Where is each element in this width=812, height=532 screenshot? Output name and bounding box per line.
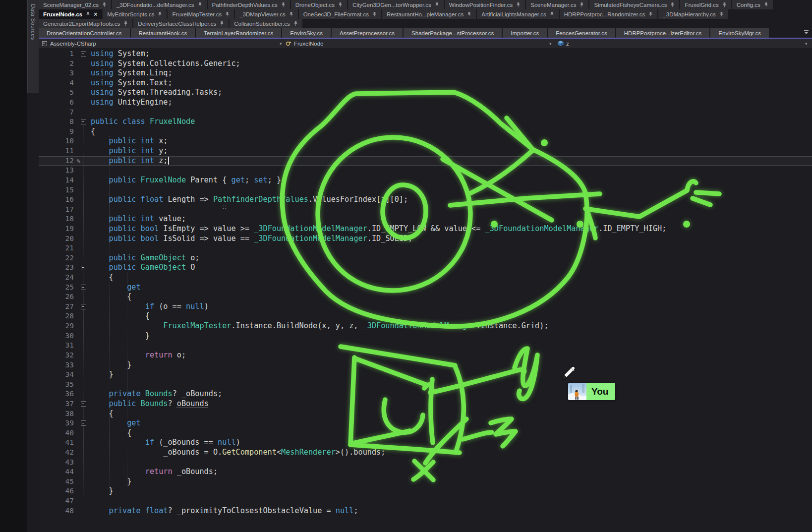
code-line-16[interactable]: 16 public float Length => PathfinderDept… (39, 195, 812, 205)
code-line-23[interactable]: 23 public GameObject O (39, 263, 812, 273)
code-line-33[interactable]: 33 } (39, 360, 812, 370)
tab-collisionsubscriber-cs[interactable]: CollisionSubscriber.cs (230, 19, 302, 28)
code-line-34[interactable]: 34 } (39, 370, 812, 380)
tab-restaurantho-plemanager-cs[interactable]: RestaurantHo...pleManager.cs (382, 9, 476, 19)
tab-fruxelmaptester-cs[interactable]: FruxelMapTester.cs (168, 9, 234, 19)
breadcrumb-class-dropdown[interactable]: FruxelNode (294, 39, 323, 48)
pin-icon[interactable] (338, 2, 343, 7)
tab-generator2exportmaptools-cs[interactable]: Generator2ExportMapTools.cs (39, 19, 132, 28)
pin-icon[interactable] (293, 21, 298, 26)
code-line-45[interactable]: 45 } (39, 477, 812, 487)
code-line-29[interactable]: 29 FruxelMapTester.Instance.BuildNode(x,… (39, 321, 812, 331)
code-line-48[interactable]: 48 private float? _proximityToClosestObs… (39, 506, 812, 516)
code-line-12[interactable]: 12 public int z;✎ (39, 156, 812, 166)
code-line-35[interactable]: 35 (39, 380, 812, 390)
code-line-24[interactable]: 24 { (39, 273, 812, 283)
pin-icon[interactable] (225, 11, 230, 17)
code-line-27[interactable]: 27 if (o == null) (39, 302, 812, 312)
tab-artificiallightsmanager-cs[interactable]: ArtificialLightsManager.cs (477, 9, 558, 19)
pin-icon[interactable] (516, 2, 521, 7)
tab-config-cs[interactable]: Config.cs (732, 0, 773, 9)
pin-icon[interactable] (220, 21, 224, 26)
code-line-8[interactable]: 8public class FruxelNode (39, 117, 812, 127)
tab-restauranthook-cs[interactable]: RestaurantHook.cs (131, 28, 195, 38)
code-line-7[interactable]: 7 (39, 108, 812, 118)
pin-icon[interactable] (281, 2, 286, 7)
code-line-4[interactable]: 4using System.Text; (39, 78, 812, 88)
pin-icon[interactable] (372, 11, 377, 17)
code-line-19[interactable]: 19 public bool IsEmpty => value >= _3DFo… (39, 224, 812, 234)
code-line-10[interactable]: 10 public int x; (39, 136, 812, 146)
code-line-38[interactable]: 38 { (39, 409, 812, 419)
fold-collapse-box[interactable] (77, 263, 91, 273)
code-line-36[interactable]: 36 private Bounds? _oBounds; (39, 389, 812, 399)
code-line-20[interactable]: 20 public bool IsSolid => value == _3DFo… (39, 234, 812, 244)
pin-icon[interactable] (123, 21, 128, 26)
fold-collapse-box[interactable] (77, 418, 91, 428)
tab-droneobject-cs[interactable]: DroneObject.cs (291, 0, 347, 9)
code-line-6[interactable]: 6using UnityEngine; (39, 98, 812, 108)
tab-fruxelnode-cs[interactable]: FruxelNode.cs× (39, 9, 102, 19)
code-line-26[interactable]: 26 { (39, 292, 812, 302)
tab-fruxelgrid-cs[interactable]: FruxelGrid.cs (680, 0, 731, 9)
tab-droneorientationcontroller-cs[interactable]: DroneOrientationController.cs (39, 28, 130, 38)
code-line-14[interactable]: 14 public FruxelNode Parent { get; set; … (39, 176, 812, 185)
tab-fencesgenerator-cs[interactable]: FencesGenerator.cs (548, 28, 615, 38)
fold-collapse-box[interactable] (77, 283, 91, 293)
pin-icon[interactable] (158, 11, 162, 17)
code-line-11[interactable]: 11 public int y; (39, 146, 812, 156)
pin-icon[interactable] (467, 11, 471, 17)
code-line-46[interactable]: 46 } (39, 486, 812, 496)
tab-hdrppostproc-randomizer-cs[interactable]: HDRPPostproc...Randomizer.cs (560, 9, 658, 19)
code-line-32[interactable]: 32 return o; (39, 351, 812, 360)
code-line-5[interactable]: 5using System.Threading.Tasks; (39, 88, 812, 98)
tab-enviroskymgr-cs[interactable]: EnviroSkyMgr.cs (710, 28, 769, 38)
code-line-42[interactable]: 42 _oBounds = O.GetComponent<MeshRendere… (39, 448, 812, 458)
code-line-15[interactable]: 15 (39, 185, 812, 195)
tab--3dfoundatio-delmanager-cs[interactable]: _3DFoundatio...delManager.cs (112, 0, 207, 9)
pin-icon[interactable] (764, 2, 768, 7)
pin-icon[interactable] (648, 11, 653, 17)
tab-hdrppostproce-izereditor-cs[interactable]: HDRPPostproce...izerEditor.cs (616, 28, 710, 38)
tab-pathfinderdepthvalues-cs[interactable]: PathfinderDepthValues.cs (208, 0, 290, 9)
code-line-47[interactable]: 47 (39, 496, 812, 506)
code-line-22[interactable]: 22 public GameObject o; (39, 253, 812, 263)
code-line-41[interactable]: 41 if (_oBounds == null) (39, 438, 812, 448)
pin-icon[interactable] (102, 2, 107, 7)
code-line-9[interactable]: 9{ (39, 127, 812, 137)
code-line-28[interactable]: 28 { (39, 311, 812, 321)
tab-onesec3d-fileformat-cs[interactable]: OneSec3D_FileFormat.cs (299, 9, 381, 19)
code-line-25[interactable]: 25 get (39, 283, 812, 293)
code-line-18[interactable]: 18 public int value; (39, 214, 812, 224)
code-editor[interactable]: 1using System;2using System.Collections.… (39, 48, 812, 532)
fold-collapse-box[interactable] (77, 399, 91, 409)
code-line-31[interactable]: 31 (39, 341, 812, 351)
fold-collapse-box[interactable] (77, 302, 91, 312)
code-line-44[interactable]: 44 return _oBounds; (39, 467, 812, 477)
code-line-3[interactable]: 3using System.Linq; (39, 68, 812, 78)
tab--3dmaphierarchy-cs[interactable]: _3DMapHierarchy.cs (658, 9, 728, 19)
tab-terrainlayerrandomizer-cs[interactable]: TerrainLayerRandomizer.cs (196, 28, 281, 38)
pin-icon[interactable] (722, 2, 727, 7)
pin-icon[interactable] (550, 11, 554, 17)
pin-icon[interactable] (670, 2, 675, 7)
code-line-37[interactable]: 37 public Bounds? oBounds (39, 399, 812, 409)
tab-envirosky-cs[interactable]: EnviroSky.cs (282, 28, 331, 38)
code-line-43[interactable]: 43 (39, 458, 812, 468)
tab-shaderpackage-stprocessor-cs[interactable]: ShaderPackage...stProcessor.cs (404, 28, 502, 38)
fold-collapse-box[interactable] (77, 117, 91, 127)
code-line-13[interactable]: 13 (39, 166, 812, 176)
tab-deliverysurfaceclasshelper-cs[interactable]: DeliverySurfaceClassHelper.cs (133, 19, 229, 28)
code-line-21[interactable]: 21 (39, 243, 812, 253)
pin-icon[interactable] (289, 11, 293, 17)
code-line-1[interactable]: 1using System; (39, 49, 812, 59)
code-line-17[interactable]: 17 (39, 205, 812, 215)
tab-citygen3dgen-torwrapper-cs[interactable]: CityGen3DGen...torWrapper.cs (348, 0, 444, 9)
pin-icon[interactable] (580, 2, 584, 7)
breadcrumb-project-dropdown[interactable]: Assembly-CSharp (50, 39, 96, 48)
chevron-down-icon[interactable]: ▾ (280, 39, 282, 48)
tab-simulatedfisheyecamera-cs[interactable]: SimulatedFisheyeCamera.cs (589, 0, 679, 9)
tab-myeditorscripts-cs[interactable]: MyEditorScripts.cs (103, 9, 167, 19)
tab-assetpreprocessor-cs[interactable]: AssetPreprocessor.cs (332, 28, 403, 38)
tab-overflow-button[interactable] (803, 29, 810, 36)
